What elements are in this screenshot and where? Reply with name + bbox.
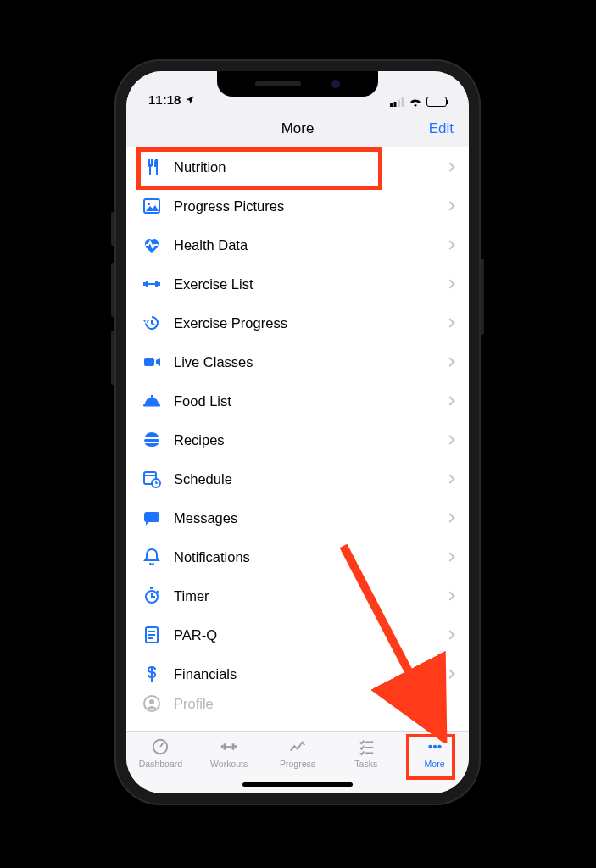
dots-icon (424, 737, 446, 757)
clock-text: 11:18 (148, 92, 181, 107)
menu-row-exercise-progress[interactable]: Exercise Progress (126, 303, 469, 342)
bell-icon (140, 545, 164, 569)
nav-bar: More Edit (126, 110, 469, 147)
chat-icon (140, 506, 164, 530)
menu-row-recipes[interactable]: Recipes (126, 420, 469, 459)
stopwatch-icon (140, 584, 164, 608)
phone-device-frame: 11:18 More Edit Nutr (114, 59, 481, 805)
fork-knife-icon (140, 155, 164, 179)
chevron-right-icon (445, 396, 454, 405)
menu-row-food-list[interactable]: Food List (126, 381, 469, 420)
menu-row-live-classes[interactable]: Live Classes (126, 342, 469, 381)
menu-row-exercise-list[interactable]: Exercise List (126, 264, 469, 303)
status-left: 11:18 (148, 92, 195, 107)
tab-label: Tasks (354, 759, 377, 769)
menu-row-label: Notifications (174, 549, 447, 565)
menu-row-progress-pictures[interactable]: Progress Pictures (126, 186, 469, 225)
front-camera (331, 80, 340, 88)
chevron-right-icon (445, 669, 454, 678)
menu-row-schedule[interactable]: Schedule (126, 459, 469, 498)
notch (217, 71, 378, 97)
side-button-vol-down (111, 331, 114, 385)
dollar-icon (140, 662, 164, 686)
menu-row-financials[interactable]: Financials (126, 654, 469, 693)
chevron-right-icon (445, 357, 454, 366)
chevron-right-icon (445, 591, 454, 600)
chevron-right-icon (445, 474, 454, 483)
menu-row-label: Timer (174, 588, 447, 604)
heart-pulse-icon (140, 233, 164, 257)
tab-more[interactable]: More (400, 737, 469, 769)
document-icon (140, 623, 164, 647)
menu-row-label: PAR-Q (174, 627, 447, 643)
menu-row-label: Food List (174, 393, 447, 409)
menu-row-notifications[interactable]: Notifications (126, 537, 469, 576)
gauge-icon (149, 737, 171, 757)
chevron-right-icon (445, 552, 454, 561)
menu-row-label: Nutrition (174, 159, 447, 175)
calendar-clock-icon (140, 467, 164, 491)
history-icon (140, 311, 164, 335)
side-button-power (481, 259, 484, 335)
chevron-right-icon (445, 201, 454, 210)
menu-row-label: Messages (174, 510, 447, 526)
menu-row-label: Progress Pictures (174, 198, 447, 214)
side-button-vol-up (111, 263, 114, 317)
tab-progress[interactable]: Progress (264, 737, 332, 769)
barbell-icon (140, 272, 164, 296)
chevron-right-icon (445, 279, 454, 288)
battery-icon (426, 97, 447, 107)
tab-label: Dashboard (139, 759, 182, 769)
menu-row-par-q[interactable]: PAR-Q (126, 615, 469, 654)
tab-label: Workouts (210, 759, 248, 769)
svg-rect-3 (402, 97, 404, 107)
dumbbell-icon (218, 737, 240, 757)
svg-rect-0 (390, 103, 393, 107)
side-button-mute (111, 212, 114, 246)
speaker-grille (255, 81, 301, 86)
svg-rect-1 (394, 102, 397, 107)
wifi-icon (409, 97, 422, 107)
menu-row-profile[interactable]: Profile (126, 693, 469, 714)
chevron-right-icon (445, 513, 454, 522)
chevron-right-icon (445, 435, 454, 444)
checklist-icon (355, 737, 377, 757)
chevron-right-icon (445, 162, 454, 171)
location-arrow-icon (185, 95, 195, 105)
tab-label: Progress (280, 759, 315, 769)
line-chart-icon (287, 737, 309, 757)
more-menu-list[interactable]: NutritionProgress PicturesHealth DataExe… (126, 147, 469, 731)
menu-row-timer[interactable]: Timer (126, 576, 469, 615)
menu-row-nutrition[interactable]: Nutrition (126, 147, 469, 186)
burger-icon (140, 428, 164, 452)
status-right (390, 97, 447, 107)
edit-button[interactable]: Edit (429, 110, 454, 147)
menu-row-label: Profile (174, 696, 469, 712)
menu-row-label: Health Data (174, 237, 447, 253)
video-camera-icon (140, 350, 164, 374)
chevron-right-icon (445, 630, 454, 639)
page-title: More (281, 120, 315, 137)
chevron-right-icon (445, 318, 454, 327)
menu-row-messages[interactable]: Messages (126, 498, 469, 537)
tab-workouts[interactable]: Workouts (195, 737, 264, 769)
cellular-signal-icon (390, 97, 404, 107)
tab-dashboard[interactable]: Dashboard (126, 737, 195, 769)
menu-row-label: Recipes (174, 432, 447, 448)
menu-row-label: Financials (174, 666, 447, 682)
chevron-right-icon (445, 240, 454, 249)
picture-icon (140, 194, 164, 218)
menu-row-label: Exercise Progress (174, 315, 447, 331)
menu-row-label: Live Classes (174, 354, 447, 370)
menu-row-label: Exercise List (174, 276, 447, 292)
menu-row-health-data[interactable]: Health Data (126, 225, 469, 264)
menu-row-label: Schedule (174, 471, 447, 487)
home-indicator[interactable] (242, 782, 353, 787)
tab-tasks[interactable]: Tasks (331, 737, 400, 769)
svg-rect-2 (398, 99, 400, 107)
food-dome-icon (140, 389, 164, 413)
screen: 11:18 More Edit Nutr (126, 71, 469, 793)
tab-label: More (425, 759, 445, 769)
person-circle-icon (140, 692, 164, 715)
